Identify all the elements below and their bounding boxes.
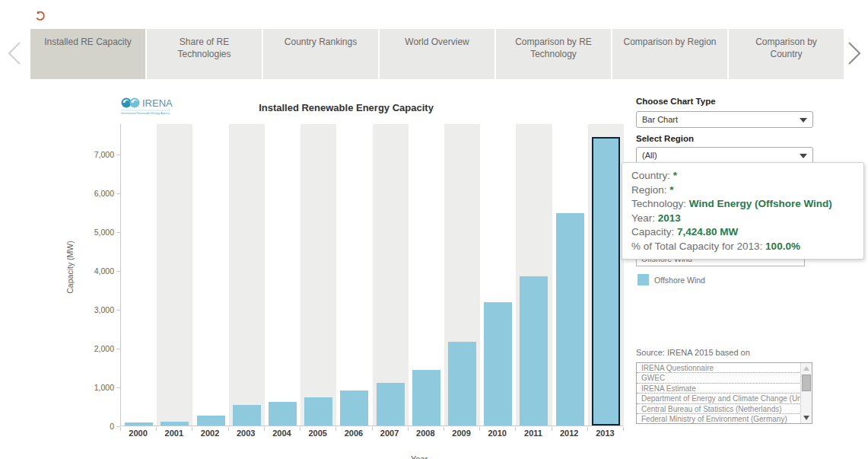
source-list-item[interactable]: GWEC	[637, 373, 812, 383]
source-list-scrollbar[interactable]	[800, 363, 812, 423]
bar-2000[interactable]	[125, 422, 153, 426]
source-list[interactable]: IRENA QuestionnaireGWECIRENA EstimateDep…	[636, 362, 812, 424]
bar-chart-plot	[120, 124, 623, 426]
bar-2007[interactable]	[377, 383, 405, 426]
y-tick-mark	[116, 310, 120, 311]
tab-share-of-re-technologies[interactable]: Share of RE Technologies	[147, 29, 262, 79]
y-tick-label: 4,000	[81, 266, 114, 276]
tab-country-rankings[interactable]: Country Rankings	[263, 29, 378, 79]
y-tick-label: 6,000	[81, 189, 114, 198]
tab-installed-re-capacity[interactable]: Installed RE Capacity	[30, 29, 145, 79]
chart-title: Installed Renewable Energy Capacity	[194, 102, 498, 113]
bar-2001[interactable]	[161, 422, 189, 426]
tooltip-row: Year: 2013	[631, 212, 854, 226]
tooltip-row: % of Total Capacity for 2013: 100.0%	[631, 240, 854, 254]
x-tick-mark	[372, 427, 373, 431]
y-tick-label: 5,000	[81, 228, 114, 237]
y-tick-label: 2,000	[81, 344, 114, 353]
bar-tooltip: Country: *Region: *Technology: Wind Ener…	[622, 162, 864, 260]
bar-2009[interactable]	[448, 342, 476, 426]
logo-text: IRENA	[142, 97, 173, 109]
legend-swatch-offshore-wind	[637, 274, 649, 285]
bar-2012[interactable]	[556, 213, 584, 426]
source-list-item[interactable]: Department of Energy and Climate Change …	[637, 394, 812, 403]
dropdown-caret-icon	[800, 154, 807, 158]
source-list-item[interactable]: IRENA Estimate	[637, 384, 812, 394]
y-tick-label: 7,000	[81, 150, 114, 159]
x-tick-mark	[444, 427, 444, 431]
x-tick-mark	[156, 427, 157, 431]
tooltip-value: *	[673, 170, 677, 181]
bar-2003[interactable]	[233, 405, 261, 426]
tooltip-row: Technology: Wind Energy (Offshore Wind)	[631, 197, 854, 212]
y-tick-mark	[116, 271, 120, 272]
tabs-scroll-right-button[interactable]	[844, 40, 864, 67]
source-list-item[interactable]: Federal Ministry of Environment (Germany…	[637, 414, 812, 424]
bar-2011[interactable]	[520, 276, 548, 426]
x-axis-title-clipped: Year	[411, 454, 472, 459]
tooltip-value: Wind Energy (Offshore Wind)	[689, 198, 832, 209]
irena-logo: IRENA International Renewable Energy Age…	[120, 96, 173, 119]
tooltip-label: Technology:	[631, 198, 689, 209]
scroll-up-icon[interactable]	[803, 366, 809, 371]
x-tick-mark	[335, 427, 336, 431]
tooltip-row: Country: *	[631, 169, 854, 183]
source-list-item[interactable]: Central Bureau of Statistics (Netherland…	[637, 404, 812, 414]
x-tick-mark	[192, 427, 192, 431]
x-tick-mark	[623, 427, 624, 431]
x-tick-mark	[479, 427, 480, 431]
tooltip-label: Country:	[631, 170, 673, 181]
tab-comparison-by-country[interactable]: Comparison by Country	[729, 29, 844, 79]
source-label: Source: IRENA 2015 based on	[636, 348, 750, 357]
region-dropdown[interactable]: (All)	[636, 147, 813, 164]
legend-label: Offshore Wind	[654, 276, 705, 285]
y-tick-label: 3,000	[81, 305, 114, 314]
tabs-scroll-left-button[interactable]	[5, 40, 24, 67]
chevron-left-icon	[5, 40, 24, 67]
bar-2013[interactable]	[592, 137, 620, 426]
bar-2005[interactable]	[304, 397, 332, 426]
region-value: (All)	[642, 151, 657, 160]
y-tick-mark	[116, 349, 120, 349]
tab-world-overview[interactable]: World Overview	[380, 29, 494, 79]
dashboard-root: { "nav": { "tabs": [ { "label": "Install…	[0, 0, 868, 459]
y-tick-mark	[116, 232, 120, 233]
column-band-2005	[300, 124, 336, 426]
x-tick-mark	[300, 427, 300, 431]
tooltip-value: 7,424.80 MW	[677, 226, 738, 237]
bar-2006[interactable]	[340, 390, 368, 426]
y-tick-mark	[116, 387, 120, 388]
tooltip-value: *	[669, 184, 673, 196]
column-band-2007	[373, 124, 409, 426]
scroll-down-icon[interactable]	[803, 416, 809, 420]
chart-type-value: Bar Chart	[642, 115, 678, 124]
tooltip-value: 2013	[658, 212, 681, 224]
column-band-2001	[157, 124, 192, 426]
tooltip-label: % of Total Capacity for 2013:	[631, 241, 765, 252]
bar-2002[interactable]	[197, 416, 225, 426]
tooltip-label: Year:	[631, 212, 658, 224]
scrollbar-thumb[interactable]	[802, 375, 811, 391]
x-tick-mark	[552, 427, 552, 431]
x-tick-label-2013: 2013	[582, 429, 628, 438]
y-axis-title: Capacity (MW)	[65, 191, 75, 343]
bar-2004[interactable]	[269, 402, 297, 426]
x-tick-mark	[515, 427, 516, 431]
y-tick-label: 0	[81, 422, 114, 431]
logo-tagline: International Renewable Energy Agency	[121, 112, 170, 115]
tab-comparison-by-re-technology[interactable]: Comparison by RE Technology	[496, 29, 611, 79]
source-list-item[interactable]: IRENA Questionnaire	[637, 363, 812, 373]
x-tick-mark	[228, 427, 229, 431]
x-tick-mark	[120, 427, 121, 431]
bar-2010[interactable]	[484, 302, 512, 426]
undo-icon	[33, 10, 47, 24]
x-tick-mark	[264, 427, 265, 431]
x-tick-mark	[408, 427, 409, 431]
y-tick-label: 1,000	[81, 383, 114, 392]
bar-2008[interactable]	[412, 370, 440, 426]
dropdown-caret-icon	[800, 118, 807, 123]
chart-type-dropdown[interactable]: Bar Chart	[636, 111, 813, 128]
undo-button[interactable]	[33, 10, 47, 24]
tab-comparison-by-region[interactable]: Comparison by Region	[612, 29, 727, 79]
x-tick-mark	[587, 427, 588, 431]
